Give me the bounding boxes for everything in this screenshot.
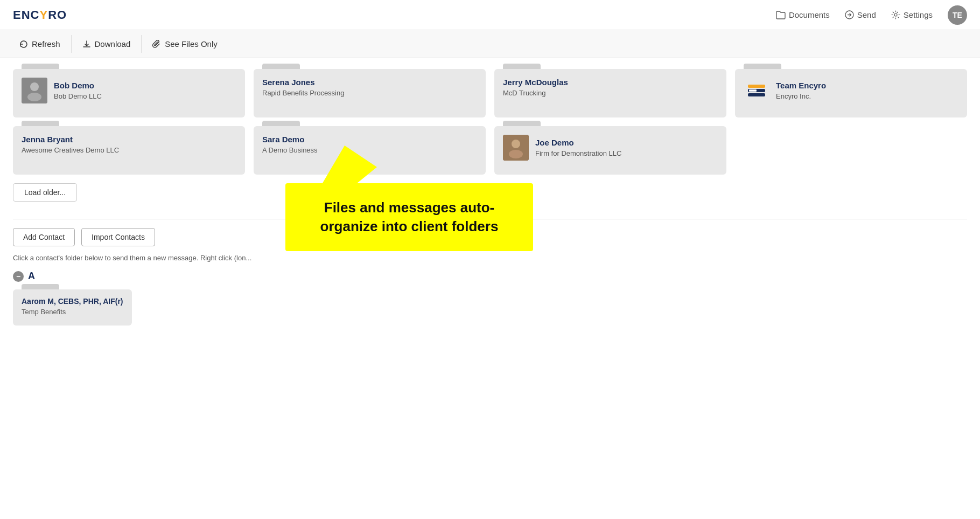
refresh-icon xyxy=(19,40,28,49)
nav-send[interactable]: Send xyxy=(845,10,876,19)
contact-info-bob-demo: Bob Demo Bob Demo LLC xyxy=(54,81,236,100)
contact-name-jenna-bryant: Jenna Bryant xyxy=(22,135,236,144)
contact-info-serena-jones: Serena Jones Rapid Benefits Processing xyxy=(262,78,477,97)
svg-point-1 xyxy=(894,13,897,16)
group-collapse-icon-a[interactable]: − xyxy=(13,271,24,282)
contact-company-joe-demo: Firm for Demonstration LLC xyxy=(535,149,718,157)
contact-info-joe-demo: Joe Demo Firm for Demonstration LLC xyxy=(535,138,718,157)
instruction-text: Click a contact's folder below to send t… xyxy=(13,254,967,262)
svg-point-4 xyxy=(27,93,41,101)
avatar-bob-demo xyxy=(22,78,47,103)
see-files-only-label: See Files Only xyxy=(165,39,218,49)
main-content: Bob Demo Bob Demo LLC Serena Jones Rapid… xyxy=(0,58,980,341)
folder-sara-demo[interactable]: Sara Demo A Demo Business xyxy=(254,126,486,175)
download-icon xyxy=(82,40,91,49)
group-label-a: A xyxy=(28,271,35,282)
nav-settings-label: Settings xyxy=(904,10,933,19)
recent-folders-row1: Bob Demo Bob Demo LLC Serena Jones Rapid… xyxy=(13,69,967,117)
contact-name-serena-jones: Serena Jones xyxy=(262,78,477,87)
user-avatar[interactable]: TE xyxy=(948,5,967,25)
logo-enc: ENC xyxy=(13,8,39,22)
contact-actions: Add Contact Import Contacts xyxy=(13,228,967,246)
folder-icon xyxy=(776,11,786,19)
logo[interactable]: ENCYRO xyxy=(13,8,67,22)
contact-name-joe-demo: Joe Demo xyxy=(535,138,718,147)
contact-company-serena-jones: Rapid Benefits Processing xyxy=(262,89,477,97)
svg-point-6 xyxy=(512,140,520,148)
paperclip-icon xyxy=(152,40,161,49)
contact-company-team-encyro: Encyro Inc. xyxy=(776,92,958,100)
folder-bob-demo[interactable]: Bob Demo Bob Demo LLC xyxy=(13,69,245,117)
contact-name-jerry-mcdouglas: Jerry McDouglas xyxy=(503,78,718,87)
send-icon xyxy=(845,10,854,19)
recent-folders-row2: Jenna Bryant Awesome Creatives Demo LLC … xyxy=(13,126,967,175)
logo-y: Y xyxy=(39,8,48,22)
toolbar: Refresh Download See Files Only xyxy=(0,30,980,58)
nav-documents[interactable]: Documents xyxy=(776,10,830,19)
logo-ro: RO xyxy=(48,8,67,22)
folder-jenna-bryant[interactable]: Jenna Bryant Awesome Creatives Demo LLC xyxy=(13,126,245,175)
gear-icon xyxy=(891,10,900,19)
svg-point-7 xyxy=(509,150,523,158)
import-contacts-button[interactable]: Import Contacts xyxy=(81,228,155,246)
contact-company-sara-demo: A Demo Business xyxy=(262,146,477,154)
contact-info-team-encyro: Team Encyro Encyro Inc. xyxy=(776,81,958,100)
contact-name-team-encyro: Team Encyro xyxy=(776,81,958,90)
contact-folder-company-aarom-m: Temp Benefits xyxy=(22,308,123,316)
contact-name-bob-demo: Bob Demo xyxy=(54,81,236,90)
add-contact-button[interactable]: Add Contact xyxy=(13,228,75,246)
encyro-logo-small xyxy=(744,78,769,103)
folder-serena-jones[interactable]: Serena Jones Rapid Benefits Processing xyxy=(254,69,486,117)
see-files-only-button[interactable]: See Files Only xyxy=(142,35,228,53)
contact-info-sara-demo: Sara Demo A Demo Business xyxy=(262,135,477,154)
contact-name-sara-demo: Sara Demo xyxy=(262,135,477,144)
group-header-a: − A xyxy=(13,271,967,282)
section-divider xyxy=(13,219,967,219)
contact-company-jerry-mcdouglas: McD Trucking xyxy=(503,89,718,97)
nav-send-label: Send xyxy=(857,10,876,19)
svg-point-3 xyxy=(30,82,39,91)
nav-documents-label: Documents xyxy=(789,10,830,19)
download-label: Download xyxy=(95,39,131,49)
refresh-button[interactable]: Refresh xyxy=(9,35,72,53)
contact-info-jerry-mcdouglas: Jerry McDouglas McD Trucking xyxy=(503,78,718,97)
refresh-label: Refresh xyxy=(32,39,60,49)
contact-company-jenna-bryant: Awesome Creatives Demo LLC xyxy=(22,146,236,154)
nav-settings[interactable]: Settings xyxy=(891,10,933,19)
folder-team-encyro[interactable]: Team Encyro Encyro Inc. xyxy=(735,69,967,117)
app-header: ENCYRO Documents Send Settings TE xyxy=(0,0,980,30)
load-older-button[interactable]: Load older... xyxy=(13,183,77,202)
avatar-joe-demo xyxy=(503,135,529,161)
download-button[interactable]: Download xyxy=(72,35,142,53)
main-nav: Documents Send Settings TE xyxy=(776,5,967,25)
contact-company-bob-demo: Bob Demo LLC xyxy=(54,92,236,100)
contact-info-jenna-bryant: Jenna Bryant Awesome Creatives Demo LLC xyxy=(22,135,236,154)
contact-folder-name-aarom-m: Aarom M, CEBS, PHR, AIF(r) xyxy=(22,297,123,306)
folder-joe-demo[interactable]: Joe Demo Firm for Demonstration LLC xyxy=(494,126,726,175)
folder-jerry-mcdouglas[interactable]: Jerry McDouglas McD Trucking xyxy=(494,69,726,117)
contact-folder-aarom-m[interactable]: Aarom M, CEBS, PHR, AIF(r) Temp Benefits xyxy=(13,289,132,326)
